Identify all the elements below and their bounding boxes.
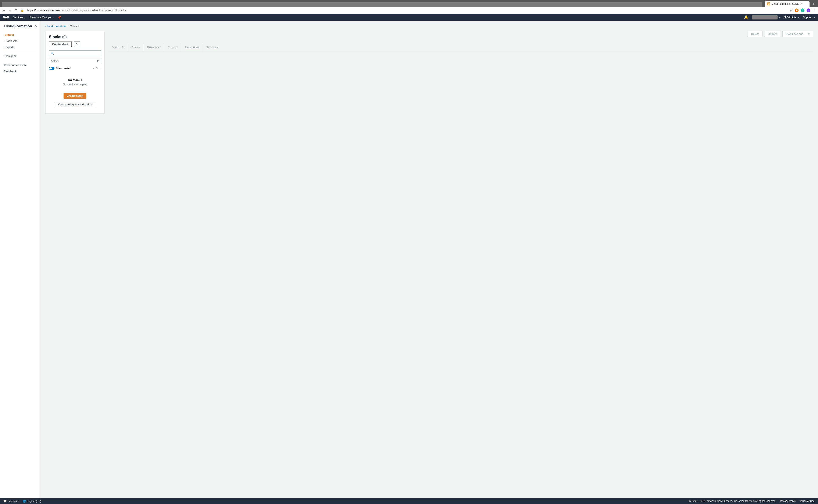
tab-title: CloudFormation - Stack [772,2,799,5]
sidebar-feedback[interactable]: Feedback [0,68,40,74]
search-input[interactable] [49,50,101,56]
back-icon[interactable]: ← [2,8,6,12]
stacks-search: 🔍 [49,50,101,56]
view-nested-toggle-group: View nested [49,67,71,70]
tab-template[interactable]: Template [203,44,221,51]
url-field[interactable]: https://console.aws.amazon.com/cloudform… [27,9,787,12]
footer-language[interactable]: 🌐English (US) [23,500,41,503]
profile-avatar-icon[interactable]: V [807,8,810,12]
main-row: Stacks (0) Create stack ⟳ 🔍 Active ▼ [41,29,818,113]
view-nested-label: View nested [56,67,71,70]
sidebar-header: CloudFormation ✕ [0,24,40,32]
stack-actions-button[interactable]: Stack actions ▼ [782,31,813,37]
view-nested-toggle[interactable] [49,67,54,70]
kebab-menu-icon[interactable]: ⋮ [812,8,816,12]
aws-top-nav: aws⌣ Services▾ Resource Groups▾ 📌 🔔 ▾ N.… [0,14,818,21]
address-bar-right: ☆ ✖ G V ⋮ [790,8,816,12]
notifications-bell-icon[interactable]: 🔔 [744,15,748,19]
account-placeholder [752,15,778,19]
tab-stack-info[interactable]: Stack info [108,44,128,51]
stack-detail: Delete Update Stack actions ▼ Stack info… [108,31,813,51]
browser-tab-active[interactable]: ▣ CloudFormation - Stack ✕ [765,1,810,7]
status-filter-select[interactable]: Active ▼ [49,58,101,64]
breadcrumb-current: Stacks [70,25,79,28]
sidebar-title: CloudFormation [4,24,32,28]
extension-icon-2[interactable]: G [801,8,804,12]
support-menu[interactable]: Support▾ [803,16,815,19]
region-menu[interactable]: N. Virginia▾ [784,16,799,19]
resource-groups-label: Resource Groups [29,16,51,19]
close-tab-icon[interactable]: ✕ [800,2,803,6]
stacks-panel: Stacks (0) Create stack ⟳ 🔍 Active ▼ [45,31,105,113]
aws-logo-icon[interactable]: aws⌣ [3,15,9,19]
sidebar-nav: Stacks StackSets Exports Designer [0,32,40,62]
extension-icon-1[interactable]: ✖ [795,8,799,12]
tab-outputs[interactable]: Outputs [164,44,181,51]
pager: ‹ 1 › [93,66,101,70]
globe-icon: 🌐 [23,500,26,503]
account-menu[interactable]: ▾ [752,15,780,19]
refresh-icon: ⟳ [76,43,78,46]
tab-resources[interactable]: Resources [144,44,165,51]
status-filter-value: Active [51,59,58,63]
sidebar-item-designer[interactable]: Designer [0,53,40,59]
pager-next-icon[interactable]: › [100,66,101,70]
chevron-right-icon: › [67,25,68,28]
stacks-panel-title: Stacks (0) [49,35,101,39]
stacks-count: (0) [62,35,67,39]
resource-groups-menu[interactable]: Resource Groups▾ [29,16,54,19]
collapse-sidebar-icon[interactable]: ✕ [35,24,37,28]
stack-actions-label: Stack actions [786,32,803,36]
sidebar-item-exports[interactable]: Exports [0,44,40,50]
footer-privacy-link[interactable]: Privacy Policy [780,500,796,503]
refresh-button[interactable]: ⟳ [74,41,80,47]
empty-create-stack-button[interactable]: Create stack [64,93,86,99]
region-label: N. Virginia [784,16,797,19]
content-area: CloudFormation › Stacks Stacks (0) Creat… [41,21,818,498]
footer-feedback[interactable]: 💬Feedback [3,500,19,503]
view-nested-row: View nested ‹ 1 › [49,66,101,70]
delete-button[interactable]: Delete [748,31,763,37]
aws-footer: 💬Feedback 🌐English (US) © 2008 - 2019, A… [0,498,818,504]
update-button[interactable]: Update [765,31,780,37]
empty-state-subtitle: No stacks to display [49,83,101,86]
footer-terms-link[interactable]: Terms of Use [800,500,815,503]
speech-bubble-icon: 💬 [3,500,7,503]
create-stack-button[interactable]: Create stack [49,41,72,47]
sidebar-item-stacks[interactable]: Stacks [0,32,40,38]
url-path: /cloudformation/home?region=us-east-1#/s… [67,9,126,12]
caret-down-icon: ▾ [25,16,26,18]
breadcrumb-root[interactable]: CloudFormation [45,25,66,28]
cloudformation-favicon-icon: ▣ [767,2,770,5]
footer-copyright: © 2008 - 2019, Amazon Web Services, Inc.… [689,500,776,503]
search-icon: 🔍 [51,52,54,55]
footer-feedback-label: Feedback [8,500,19,503]
lock-icon: 🔒 [21,9,24,12]
pager-prev-icon[interactable]: ‹ [93,66,94,70]
reload-icon[interactable]: ⟳ [15,8,18,12]
new-tab-button[interactable]: + [811,1,816,7]
detail-actions: Delete Update Stack actions ▼ [108,31,813,37]
view-getting-started-button[interactable]: View getting started guide [55,102,95,107]
url-domain: https://console.aws.amazon.com [27,9,67,12]
support-label: Support [803,16,812,19]
tab-parameters[interactable]: Parameters [181,44,203,51]
caret-down-icon: ▾ [779,16,780,18]
footer-language-label: English (US) [27,500,41,503]
stacks-title-text: Stacks [49,35,61,39]
sidebar-item-stacksets[interactable]: StackSets [0,38,40,44]
pager-page-number: 1 [96,66,98,70]
stacks-filter: Active ▼ [49,58,101,64]
tab-events[interactable]: Events [128,44,144,51]
forward-icon[interactable]: → [8,8,12,12]
caret-down-icon: ▾ [814,16,815,18]
star-icon[interactable]: ☆ [790,8,793,12]
detail-tabs: Stack info Events Resources Outputs Para… [108,44,813,51]
browser-tabbar: ▣ CloudFormation - Stack ✕ + [0,0,818,7]
pin-icon[interactable]: 📌 [57,16,61,19]
services-menu[interactable]: Services▾ [12,16,26,19]
caret-down-icon: ▾ [53,16,54,18]
services-label: Services [12,16,23,19]
browser-address-bar: ← → ⟳ 🔒 https://console.aws.amazon.com/c… [0,7,818,14]
sidebar-previous-console[interactable]: Previous console [0,62,40,68]
